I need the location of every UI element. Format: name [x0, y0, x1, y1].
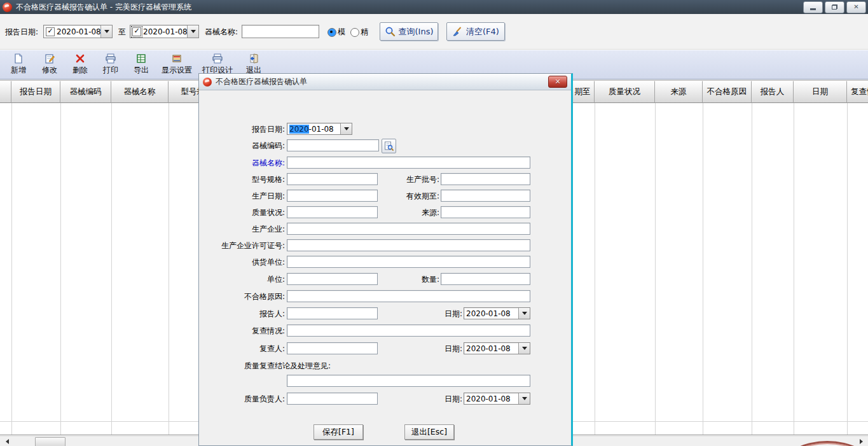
dialog-close-button[interactable]: ✕: [548, 76, 567, 88]
reporter-label: 报告人:: [199, 309, 285, 319]
date-from-combo[interactable]: 2020-01-08: [43, 25, 113, 38]
recheck-date-label: 日期:: [406, 344, 462, 354]
column-header-date[interactable]: 日期: [794, 81, 847, 103]
query-button-label: 查询(Ins): [399, 26, 434, 38]
report-date-combo[interactable]: 2020-01-08: [287, 123, 352, 135]
scroll-left-icon: [3, 439, 9, 444]
manager-date-label: 日期:: [406, 394, 462, 405]
toolbar-modify-button[interactable]: 修改: [34, 51, 65, 79]
batch-no-input[interactable]: [441, 173, 530, 185]
new-doc-icon: [13, 53, 24, 64]
supplier-input[interactable]: [287, 256, 530, 268]
reporter-date-value: 2020-01-08: [464, 309, 518, 318]
match-fuzzy-radio[interactable]: [327, 28, 336, 37]
grid-line: [595, 103, 595, 435]
date-to-checkbox[interactable]: [132, 27, 141, 36]
column-header-reject-reason[interactable]: 不合格原因: [703, 81, 752, 103]
reject-reason-label: 不合格原因:: [199, 291, 285, 302]
column-header-expiry[interactable]: 期至: [571, 81, 595, 103]
toolbar-new-button[interactable]: 新增: [3, 51, 34, 79]
device-name-filter-input[interactable]: [242, 25, 319, 38]
scroll-left-button[interactable]: [1, 438, 10, 445]
scrollbar-thumb[interactable]: [35, 437, 65, 446]
filter-bar: 报告日期: 2020-01-08 至 2020-01-08 器械名称: 模 精 …: [0, 14, 868, 50]
scroll-right-button[interactable]: [858, 438, 867, 445]
display-settings-icon: [172, 53, 182, 64]
recheck-date-combo[interactable]: 2020-01-08: [464, 342, 530, 354]
column-header-selector: [0, 81, 11, 103]
quantity-input[interactable]: [441, 273, 530, 285]
report-date-rest-text: -01-08: [309, 125, 334, 134]
source-input[interactable]: [441, 206, 530, 218]
rechecker-input[interactable]: [287, 342, 378, 354]
reject-reason-input[interactable]: [287, 290, 530, 302]
recheck-date-value: 2020-01-08: [464, 344, 518, 353]
column-header-report-date[interactable]: 报告日期: [11, 81, 60, 103]
reporter-date-combo[interactable]: 2020-01-08: [464, 307, 530, 319]
close-button[interactable]: ✕: [846, 1, 866, 13]
restore-button[interactable]: [825, 1, 844, 13]
manager-date-combo[interactable]: 2020-01-08: [464, 393, 530, 405]
device-name-label: 器械名称:: [199, 158, 285, 169]
query-button[interactable]: 查询(Ins): [380, 22, 438, 41]
toolbar-display-settings-button[interactable]: 显示设置: [156, 51, 197, 79]
manager-date-value: 2020-01-08: [464, 394, 518, 403]
date-from-dropdown-icon[interactable]: [100, 25, 112, 38]
date-to-combo[interactable]: 2020-01-08: [130, 25, 199, 38]
recheck-date-dropdown-icon[interactable]: [518, 343, 530, 354]
model-spec-label: 型号规格:: [199, 174, 285, 185]
manager-date-dropdown-icon[interactable]: [518, 393, 530, 404]
report-date-dropdown-icon[interactable]: [340, 123, 352, 134]
reporter-input[interactable]: [287, 307, 378, 319]
manufacturer-input[interactable]: [287, 223, 530, 235]
grid-line: [11, 103, 12, 435]
save-button[interactable]: 保存[F1]: [313, 424, 363, 440]
printer-icon: [105, 53, 116, 64]
titlebar: 不合格医疗器械报告确认单 - 完美医疗器械管理系统 ✕: [0, 0, 868, 14]
batch-no-label: 生产批号:: [382, 174, 439, 185]
grid-line: [703, 103, 703, 435]
report-date-selected-text: 2020: [289, 125, 309, 134]
report-date-value: 2020-01-08: [287, 125, 340, 134]
toolbar-export-button[interactable]: 导出: [126, 51, 156, 79]
close-icon: ✕: [853, 4, 858, 10]
reporter-date-dropdown-icon[interactable]: [518, 308, 530, 319]
export-icon: [136, 53, 146, 64]
date-to-dropdown-icon[interactable]: [187, 25, 198, 38]
expiry-date-input[interactable]: [441, 190, 530, 202]
toolbar-print-button[interactable]: 打印: [95, 51, 126, 79]
column-header-device-code[interactable]: 器械编码: [60, 81, 111, 103]
unit-label: 单位:: [199, 274, 285, 285]
toolbar-delete-button[interactable]: 删除: [65, 51, 95, 79]
conclusion-label: 质量复查结论及处理意见:: [244, 361, 331, 372]
column-header-recheck[interactable]: 复查情况: [847, 81, 868, 103]
match-exact-radio[interactable]: [350, 28, 359, 37]
production-date-input[interactable]: [287, 190, 378, 202]
toolbar-print-label: 打印: [103, 65, 118, 76]
dialog-exit-button[interactable]: 退出[Esc]: [404, 424, 454, 440]
match-exact-label: 精: [361, 27, 368, 38]
unit-input[interactable]: [287, 273, 378, 285]
quality-status-input[interactable]: [287, 206, 378, 218]
quality-manager-input[interactable]: [287, 393, 378, 405]
column-header-source[interactable]: 来源: [655, 81, 703, 103]
lookup-icon: [384, 141, 394, 151]
reporter-date-label: 日期:: [406, 309, 462, 319]
conclusion-input[interactable]: [287, 375, 530, 387]
to-label: 至: [118, 27, 126, 38]
toolbar-export-label: 导出: [134, 65, 149, 76]
clear-button[interactable]: 清空(F4): [446, 22, 505, 41]
device-code-browse-button[interactable]: [382, 139, 396, 153]
device-name-input[interactable]: [287, 157, 530, 169]
column-header-reporter[interactable]: 报告人: [752, 81, 794, 103]
report-date-filter-label: 报告日期:: [5, 27, 38, 38]
column-header-quality-status[interactable]: 质量状况: [595, 81, 655, 103]
column-header-device-name[interactable]: 器械名称: [111, 81, 169, 103]
date-from-checkbox[interactable]: [46, 27, 55, 36]
device-code-input[interactable]: [287, 139, 379, 151]
match-fuzzy-label: 模: [338, 27, 345, 38]
manufacturer-license-input[interactable]: [287, 239, 530, 251]
recheck-input[interactable]: [287, 324, 530, 337]
minimize-button[interactable]: [803, 1, 823, 13]
model-spec-input[interactable]: [287, 173, 378, 185]
